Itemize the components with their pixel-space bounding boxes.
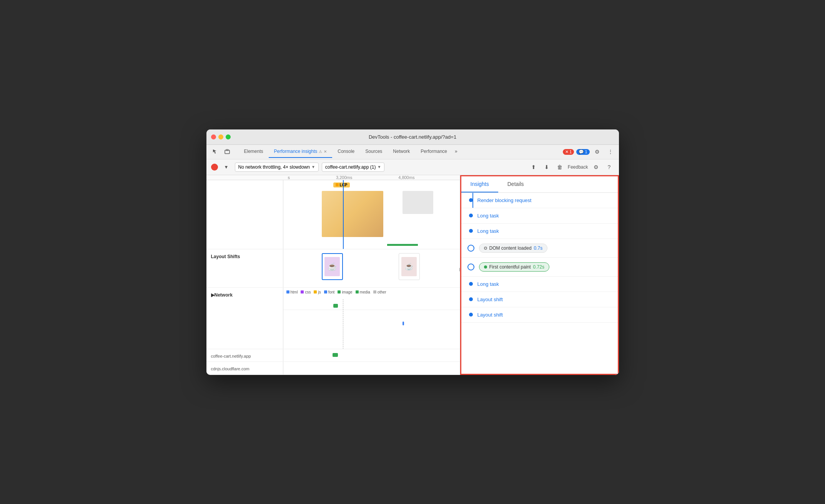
layout-shifts-label: Layout Shifts <box>206 249 283 287</box>
settings-icon[interactable]: ⚙ <box>592 146 603 157</box>
green-progress-bar <box>387 244 418 246</box>
layout-card-inner-2: ☕ <box>401 257 417 276</box>
fonts-gstatic-bar <box>403 322 404 325</box>
circle-marker-2 <box>467 264 474 270</box>
upload-icon[interactable]: ⬆ <box>529 162 539 172</box>
insight-dom-content-loaded[interactable]: DOM content loaded 0.7s <box>461 239 618 258</box>
dot-marker-2 <box>469 214 473 217</box>
tab-close-icon[interactable]: ✕ <box>324 149 327 154</box>
dot-marker-3 <box>469 229 473 233</box>
legend-html-dot <box>286 290 289 293</box>
network-row-cdnjs <box>283 312 460 321</box>
record-button[interactable] <box>211 164 218 171</box>
legend-media: media <box>356 290 370 294</box>
tab-insights[interactable]: Insights <box>461 176 498 192</box>
long-task-3-link[interactable]: Long task <box>477 281 499 287</box>
settings-2-icon[interactable]: ⚙ <box>591 162 601 172</box>
dashed-line <box>343 299 343 349</box>
long-task-2-link[interactable]: Long task <box>477 228 499 234</box>
dom-content-loaded-badge: DOM content loaded 0.7s <box>479 244 548 253</box>
close-button[interactable] <box>211 134 216 139</box>
dot-marker-1 <box>469 198 473 202</box>
inspect-icon[interactable] <box>210 146 220 157</box>
tab-sources[interactable]: Sources <box>360 146 388 158</box>
tab-network[interactable]: Network <box>388 146 415 158</box>
fullscreen-button[interactable] <box>226 134 231 139</box>
network-subrow-1: coffee-cart.netlify.app <box>206 349 460 362</box>
long-task-1-link[interactable]: Long task <box>477 213 499 219</box>
tab-console[interactable]: Console <box>332 146 360 158</box>
fcp-badge: First contentful paint 0.72s <box>479 262 549 272</box>
network-legend: html css js font <box>283 288 460 297</box>
legend-css-dot <box>301 290 304 293</box>
network-label: ▶ Network <box>206 288 283 349</box>
legend-js-dot <box>314 290 317 293</box>
layout-card-2: ☕ <box>399 253 420 280</box>
empty-circle-icon <box>484 247 487 250</box>
panel-tabs: Insights Details <box>461 176 618 193</box>
insights-content: Render blocking request Long task Long t… <box>461 193 618 374</box>
toolbar-right: ✕ 1 💬 1 ⚙ ⋮ <box>563 146 615 157</box>
layout-shift-2-link[interactable]: Layout shift <box>477 312 503 318</box>
layout-shift-1-link[interactable]: Layout shift <box>477 297 503 302</box>
insight-layout-shift-2[interactable]: Layout shift <box>461 307 618 323</box>
insight-long-task-1[interactable]: Long task <box>461 208 618 224</box>
site-selector-dropdown[interactable]: coffee-cart.netlify.app (1) ▼ <box>322 162 385 172</box>
time-label-4800: 4,800ms <box>398 175 414 180</box>
lcp-label: LCP <box>340 183 348 187</box>
insight-first-contentful-paint[interactable]: First contentful paint 0.72s <box>461 258 618 277</box>
tab-performance[interactable]: Performance <box>415 146 452 158</box>
lcp-section-label <box>206 180 283 249</box>
insight-long-task-3[interactable]: Long task <box>461 277 618 292</box>
tab-performance-insights[interactable]: Performance insights ⚠ ✕ <box>269 146 333 158</box>
time-label-s: s <box>288 175 290 180</box>
lcp-visual-rect <box>322 191 383 237</box>
legend-image-dot <box>338 290 341 293</box>
legend-other-label: other <box>378 290 386 294</box>
chat-count-badge[interactable]: 💬 1 <box>576 149 589 155</box>
legend-js: js <box>314 290 321 294</box>
download-icon[interactable]: ⬇ <box>542 162 552 172</box>
insight-long-task-2[interactable]: Long task <box>461 224 618 239</box>
network-throttle-dropdown[interactable]: No network throttling, 4× slowdown ▼ <box>235 162 319 172</box>
timeline-ruler: s 3,200ms 4,800ms <box>283 175 460 180</box>
blue-timeline-line <box>343 180 344 249</box>
legend-other: other <box>373 290 386 294</box>
traffic-lights <box>211 134 231 139</box>
render-blocking-link[interactable]: Render blocking request <box>477 197 532 203</box>
network-section: ▶ Network html css <box>206 288 460 349</box>
device-toggle-icon[interactable] <box>222 146 233 157</box>
layout-shifts-section: Layout Shifts ☕ ☕ ▶ <box>206 249 460 288</box>
help-icon[interactable]: ? <box>604 162 614 172</box>
feedback-button[interactable]: Feedback <box>568 164 588 170</box>
legend-html-label: html <box>291 290 298 294</box>
legend-css: css <box>301 290 311 294</box>
dom-content-time: 0.7s <box>534 245 543 251</box>
insight-layout-shift-1[interactable]: Layout shift <box>461 292 618 307</box>
error-count-badge[interactable]: ✕ 1 <box>563 149 574 155</box>
delete-icon[interactable]: 🗑 <box>555 162 565 172</box>
toolbar: Elements Performance insights ⚠ ✕ Consol… <box>206 145 619 159</box>
more-options-icon[interactable]: ⋮ <box>605 146 616 157</box>
tab-details[interactable]: Details <box>498 176 533 192</box>
legend-css-label: css <box>305 290 311 294</box>
lcp-timeline-section: LCP <box>206 180 460 249</box>
tab-elements[interactable]: Elements <box>239 146 269 158</box>
dom-content-text: DOM content loaded <box>489 245 532 251</box>
dropdown-arrow-icon[interactable]: ▼ <box>221 162 232 172</box>
chevron-down-icon-2: ▼ <box>377 165 381 169</box>
legend-image: image <box>338 290 352 294</box>
network-subrow-3: fonts.gstatic.com <box>206 375 460 375</box>
insights-panel: Insights Details Render blocking request <box>460 175 619 375</box>
tab-more[interactable]: » <box>452 146 460 158</box>
legend-font-label: font <box>328 290 335 294</box>
legend-html: html <box>286 290 298 294</box>
warning-icon: ⚠ <box>319 149 322 154</box>
legend-other-dot <box>373 290 376 293</box>
fcp-text: First contentful paint <box>489 264 531 270</box>
layout-shifts-content: ☕ ☕ ▶ <box>283 249 460 287</box>
minimize-button[interactable] <box>218 134 223 139</box>
controls-right: ⬆ ⬇ 🗑 Feedback ⚙ ? <box>529 162 614 172</box>
lcp-badge: LCP <box>333 182 350 187</box>
insight-render-blocking[interactable]: Render blocking request <box>461 193 618 208</box>
